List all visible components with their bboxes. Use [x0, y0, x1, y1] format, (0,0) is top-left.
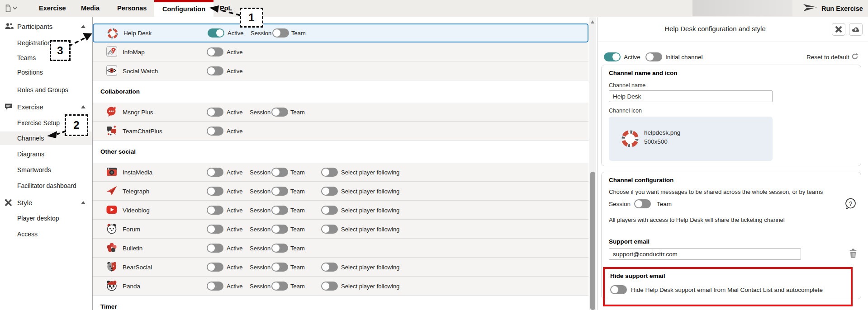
- config-panel: Help Desk configuration and style Active…: [597, 17, 868, 310]
- select-player-following-toggle[interactable]: [321, 168, 338, 177]
- channel-name: TeamChatPlus: [123, 127, 162, 134]
- select-player-following-toggle[interactable]: [321, 187, 338, 196]
- tools-icon: [5, 199, 14, 206]
- sidebar-item-diagrams[interactable]: Diagrams: [0, 147, 92, 161]
- tab-pol[interactable]: PoL: [220, 0, 232, 17]
- active-toggle[interactable]: [207, 263, 223, 272]
- card-header: Channel name and icon: [609, 70, 678, 76]
- channel-row-social-watch[interactable]: Social WatchActive: [93, 61, 588, 80]
- team-label: Team: [290, 207, 305, 213]
- panel-active-toggle[interactable]: [604, 52, 621, 61]
- active-toggle[interactable]: [207, 168, 223, 177]
- active-label: Active: [227, 188, 242, 194]
- active-toggle[interactable]: [207, 206, 223, 215]
- active-toggle[interactable]: [207, 127, 223, 136]
- channel-name: Panda: [123, 282, 140, 289]
- channel-row-videoblog[interactable]: VideoblogActiveSessionTeamSelect player …: [93, 201, 588, 220]
- active-label: Active: [227, 263, 242, 270]
- active-toggle[interactable]: [208, 28, 224, 38]
- scroll-up-arrow[interactable]: [591, 20, 594, 23]
- collapse-caret-icon[interactable]: [81, 105, 85, 108]
- session-label: Session: [609, 201, 631, 207]
- active-label: Active: [227, 48, 242, 55]
- annotation-step-1: 1: [240, 8, 263, 28]
- hide-support-email-toggle[interactable]: [610, 285, 627, 294]
- channel-row-bearsocial[interactable]: BearSocialActiveSessionTeamSelect player…: [93, 258, 588, 277]
- bulletin-icon: [106, 242, 118, 254]
- session-team-toggle[interactable]: [271, 282, 288, 291]
- sidebar-item-facilitator-dashboard[interactable]: Facilitator dashboard: [0, 179, 92, 193]
- select-player-following-toggle[interactable]: [321, 263, 338, 272]
- select-player-following-label: Select player following: [341, 282, 399, 289]
- sidebar-item-smartwords[interactable]: Smartwords: [0, 163, 92, 177]
- active-toggle[interactable]: [207, 47, 223, 56]
- reset-to-default-link[interactable]: Reset to default: [806, 54, 849, 61]
- tab-personas[interactable]: Personas: [117, 0, 147, 17]
- active-toggle[interactable]: [207, 244, 223, 253]
- support-email-label: Support email: [609, 238, 650, 245]
- active-toggle[interactable]: [207, 282, 223, 291]
- channel-row-msngr-plus[interactable]: Msngr PlusActiveSessionTeam: [93, 103, 588, 122]
- collapse-caret-icon[interactable]: [81, 25, 85, 28]
- icon-filename: helpdesk.png: [644, 129, 680, 136]
- scrollbar-thumb[interactable]: [590, 172, 595, 310]
- tab-exercise[interactable]: Exercise: [39, 0, 66, 17]
- session-label: Session: [250, 263, 270, 270]
- channel-group-header: Timer: [93, 296, 588, 310]
- channel-row-help-desk[interactable]: Help DeskActiveSessionTeam: [93, 23, 588, 42]
- channel-row-telegraph[interactable]: TelegraphActiveSessionTeamSelect player …: [93, 182, 588, 201]
- tab-media[interactable]: Media: [81, 0, 100, 17]
- sidebar-item-teams[interactable]: Teams: [0, 51, 92, 65]
- trash-icon[interactable]: [848, 248, 858, 261]
- panel-active-label: Active: [624, 54, 640, 61]
- run-exercise-button[interactable]: Run Exercise: [803, 0, 863, 17]
- session-team-toggle[interactable]: [271, 168, 288, 177]
- session-team-toggle[interactable]: [634, 199, 651, 208]
- channel-name: Telegraph: [123, 188, 149, 194]
- session-team-toggle[interactable]: [272, 28, 289, 38]
- channel-row-infomap[interactable]: InfoMapActive: [93, 42, 588, 61]
- session-team-toggle[interactable]: [271, 244, 288, 253]
- sidebar-item-player-desktop[interactable]: Player desktop: [0, 211, 92, 225]
- sidebar-item-positions[interactable]: Positions: [0, 66, 92, 79]
- session-team-toggle[interactable]: [271, 263, 288, 272]
- vertical-scrollbar[interactable]: [589, 17, 596, 310]
- initial-channel-toggle[interactable]: [645, 52, 662, 61]
- channel-name: InfoMap: [123, 48, 145, 55]
- channel-icon-preview[interactable]: helpdesk.png 500x500: [609, 117, 773, 161]
- active-toggle[interactable]: [207, 187, 223, 196]
- sidebar-section-exercise[interactable]: Exercise: [0, 100, 92, 113]
- sidebar-section-style[interactable]: Style: [0, 196, 92, 209]
- tab-configuration[interactable]: Configuration: [154, 0, 213, 17]
- session-team-toggle[interactable]: [271, 206, 288, 215]
- select-player-following-toggle[interactable]: [321, 282, 338, 291]
- select-player-following-toggle[interactable]: [321, 225, 338, 234]
- channel-row-panda[interactable]: PandaActiveSessionTeamSelect player foll…: [93, 277, 588, 296]
- session-team-toggle[interactable]: [271, 225, 288, 234]
- close-button[interactable]: [832, 23, 845, 36]
- sidebar-item-access[interactable]: Access: [0, 227, 92, 241]
- channel-row-teamchatplus[interactable]: TeamChatPlusActive: [93, 122, 588, 141]
- active-label: Active: [227, 282, 242, 289]
- sidebar-item-registration[interactable]: Registration: [0, 36, 92, 50]
- sidebar-item-roles-and-groups[interactable]: Roles and Groups: [0, 83, 92, 97]
- collapse-caret-icon[interactable]: [81, 201, 85, 204]
- support-email-input[interactable]: [609, 248, 801, 260]
- channel-name: Forum: [123, 225, 140, 232]
- upload-button[interactable]: [849, 23, 863, 36]
- refresh-icon[interactable]: [851, 52, 859, 62]
- help-icon[interactable]: ?: [844, 197, 857, 211]
- active-toggle[interactable]: [207, 225, 223, 234]
- select-player-following-toggle[interactable]: [321, 206, 338, 215]
- active-toggle[interactable]: [207, 108, 223, 117]
- session-team-toggle[interactable]: [271, 187, 288, 196]
- session-team-toggle[interactable]: [271, 108, 288, 117]
- active-label: Active: [227, 225, 242, 232]
- sidebar-section-participants[interactable]: Participants: [0, 19, 92, 33]
- channel-name-input[interactable]: [609, 90, 773, 102]
- folder-icon[interactable]: [5, 4, 17, 14]
- channel-row-instamedia[interactable]: InstaMediaActiveSessionTeamSelect player…: [93, 163, 588, 182]
- active-toggle[interactable]: [207, 66, 223, 75]
- channel-row-bulletin[interactable]: BulletinActiveSessionTeam: [93, 239, 588, 258]
- channel-row-forum[interactable]: ForumActiveSessionTeamSelect player foll…: [93, 220, 588, 239]
